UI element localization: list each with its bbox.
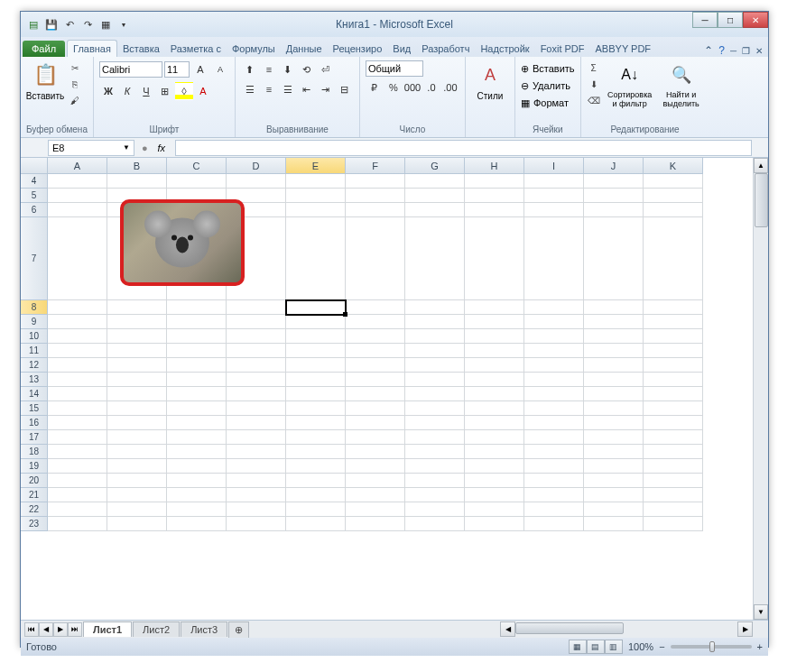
row-header-22[interactable]: 22 — [21, 502, 48, 517]
cell-C20[interactable] — [167, 474, 227, 488]
cell-I10[interactable] — [524, 329, 584, 344]
cell-E15[interactable] — [286, 401, 346, 416]
cell-A16[interactable] — [48, 416, 107, 430]
cell-D21[interactable] — [227, 488, 286, 502]
maximize-button[interactable]: □ — [718, 12, 743, 28]
cell-I9[interactable] — [524, 315, 584, 329]
scroll-up-icon[interactable]: ▲ — [754, 158, 768, 173]
row-header-14[interactable]: 14 — [21, 387, 48, 401]
cell-F14[interactable] — [346, 387, 405, 401]
cell-C22[interactable] — [167, 502, 227, 517]
cell-J9[interactable] — [584, 315, 644, 329]
cell-E17[interactable] — [286, 430, 346, 445]
bold-button[interactable]: Ж — [99, 82, 117, 100]
row-header-15[interactable]: 15 — [21, 401, 48, 416]
cell-D16[interactable] — [227, 416, 286, 430]
cell-H10[interactable] — [465, 329, 524, 344]
copy-icon[interactable]: ⎘ — [68, 77, 82, 91]
cell-B12[interactable] — [107, 358, 167, 373]
cell-I4[interactable] — [524, 174, 584, 189]
cell-C10[interactable] — [167, 329, 227, 344]
cell-K7[interactable] — [644, 217, 703, 300]
align-bottom-icon[interactable]: ⬇ — [279, 60, 297, 78]
row-header-11[interactable]: 11 — [21, 344, 48, 358]
row-header-12[interactable]: 12 — [21, 358, 48, 373]
cell-D22[interactable] — [227, 502, 286, 517]
cell-H7[interactable] — [465, 217, 524, 300]
cell-A5[interactable] — [48, 189, 107, 203]
cell-F5[interactable] — [346, 189, 405, 203]
cell-A8[interactable] — [48, 300, 107, 315]
cell-I23[interactable] — [524, 517, 584, 531]
cell-J19[interactable] — [584, 459, 644, 474]
percent-icon[interactable]: % — [384, 78, 403, 97]
cell-G14[interactable] — [405, 387, 465, 401]
cell-D12[interactable] — [227, 358, 286, 373]
cell-J11[interactable] — [584, 344, 644, 358]
cell-I18[interactable] — [524, 445, 584, 459]
cell-K6[interactable] — [644, 203, 703, 217]
increase-decimal-icon[interactable]: .0 — [422, 78, 440, 97]
cell-F10[interactable] — [346, 329, 405, 344]
cell-A15[interactable] — [48, 401, 107, 416]
cell-J4[interactable] — [584, 174, 644, 189]
tab-prev-icon[interactable]: ◀ — [39, 622, 53, 637]
cut-icon[interactable]: ✂ — [68, 60, 82, 75]
cell-A22[interactable] — [48, 502, 107, 517]
tab-layout[interactable]: Разметка с — [165, 41, 227, 57]
cell-G5[interactable] — [405, 189, 465, 203]
grow-font-icon[interactable]: A — [191, 60, 209, 78]
cell-I11[interactable] — [524, 344, 584, 358]
cell-G13[interactable] — [405, 373, 465, 387]
cell-J17[interactable] — [584, 430, 644, 445]
comma-icon[interactable]: 000 — [403, 78, 422, 97]
cell-I21[interactable] — [524, 488, 584, 502]
cell-F17[interactable] — [346, 430, 405, 445]
sheet-tab-1[interactable]: Лист1 — [83, 621, 132, 637]
cell-D14[interactable] — [227, 387, 286, 401]
cell-H18[interactable] — [465, 445, 524, 459]
cell-D11[interactable] — [227, 344, 286, 358]
cell-E20[interactable] — [286, 474, 346, 488]
cell-C23[interactable] — [167, 517, 227, 531]
select-all-corner[interactable] — [21, 158, 48, 174]
cell-F8[interactable] — [346, 300, 405, 315]
cell-J22[interactable] — [584, 502, 644, 517]
cell-H19[interactable] — [465, 459, 524, 474]
cell-B18[interactable] — [107, 445, 167, 459]
border-icon[interactable]: ⊞ — [156, 82, 174, 100]
new-sheet-button[interactable]: ⊕ — [228, 621, 249, 638]
cell-H5[interactable] — [465, 189, 524, 203]
undo-icon[interactable]: ↶ — [62, 17, 77, 32]
hscroll-thumb[interactable] — [515, 622, 624, 634]
embedded-image[interactable] — [120, 199, 245, 286]
cell-B23[interactable] — [107, 517, 167, 531]
chevron-down-icon[interactable]: ▼ — [123, 143, 130, 152]
scroll-down-icon[interactable]: ▼ — [754, 604, 768, 620]
align-right-icon[interactable]: ☰ — [279, 80, 297, 98]
cell-C16[interactable] — [167, 416, 227, 430]
cell-I6[interactable] — [524, 203, 584, 217]
help-icon[interactable]: ? — [718, 44, 725, 57]
cell-A17[interactable] — [48, 430, 107, 445]
redo-icon[interactable]: ↷ — [80, 17, 95, 32]
cell-B17[interactable] — [107, 430, 167, 445]
cell-I5[interactable] — [524, 189, 584, 203]
cell-E9[interactable] — [286, 315, 346, 329]
cell-K21[interactable] — [644, 488, 703, 502]
tab-foxit[interactable]: Foxit PDF — [535, 41, 590, 57]
cell-K10[interactable] — [644, 329, 703, 344]
cell-J10[interactable] — [584, 329, 644, 344]
cell-H20[interactable] — [465, 474, 524, 488]
cell-J23[interactable] — [584, 517, 644, 531]
cell-G15[interactable] — [405, 401, 465, 416]
worksheet[interactable]: ABCDEFGHIJK 4567891011121314151617181920… — [21, 158, 768, 620]
cell-G4[interactable] — [405, 174, 465, 189]
cell-H4[interactable] — [465, 174, 524, 189]
cell-H23[interactable] — [465, 517, 524, 531]
cell-K18[interactable] — [644, 445, 703, 459]
row-header-19[interactable]: 19 — [21, 459, 48, 474]
cell-A6[interactable] — [48, 203, 107, 217]
tab-home[interactable]: Главная — [67, 40, 117, 57]
underline-button[interactable]: Ч — [137, 82, 155, 100]
